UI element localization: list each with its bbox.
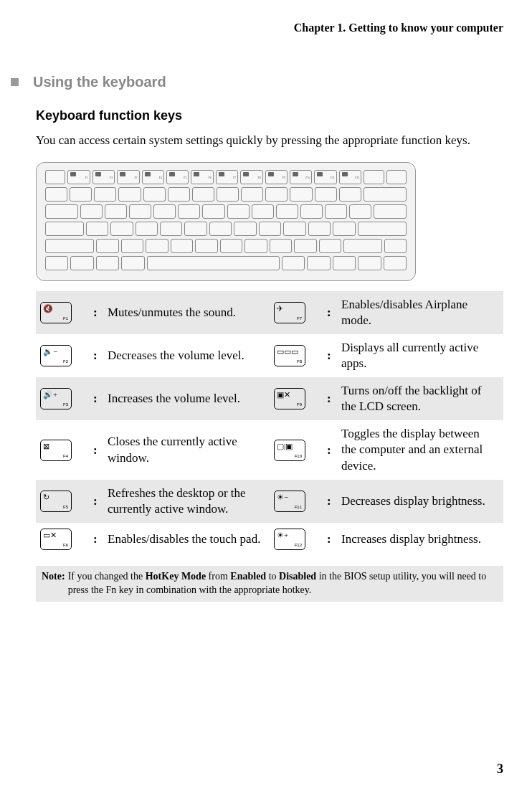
keyboard-diagram: F1 F2 F3 F4 F5 F6 F7 F8 F9 F10 F11 F12 [36, 162, 416, 281]
keyboard-key [294, 239, 316, 253]
f9-key-icon: ▣✕F9 [274, 388, 305, 409]
colon: : [327, 377, 338, 420]
keyboard-key [217, 187, 239, 202]
function-key-row: ↻F5:Refreshes the desktop or the current… [36, 480, 503, 523]
key-glyph-icon: ⊠ [43, 442, 49, 450]
colon: : [93, 334, 105, 377]
keyboard-key [96, 239, 118, 253]
keyboard-key [319, 239, 341, 253]
keyboard-key [241, 187, 263, 202]
f5-key-icon: ↻F5 [40, 491, 72, 512]
keyboard-key [70, 187, 92, 202]
key-glyph-icon: ☀− [277, 493, 288, 501]
key-label: F11 [295, 505, 302, 509]
f6-key-icon: ▭✕F6 [40, 529, 72, 550]
key-label: F8 [297, 359, 302, 364]
keyboard-key [171, 239, 193, 253]
keyboard-key [349, 204, 371, 219]
key-description: Displays all currently active apps. [338, 334, 503, 377]
key-glyph-icon: ☀+ [277, 531, 288, 539]
keyboard-key [358, 222, 407, 236]
f12-key-icon: ☀+F12 [274, 529, 305, 550]
key-description: Increases display brightness. [338, 523, 503, 556]
keyboard-key [45, 187, 67, 202]
function-key-table: 🔇F1:Mutes/unmutes the sound.✈F7:Enables/… [36, 291, 503, 556]
function-key-row: 🔊+F3:Increases the volume level.▣✕F9:Tur… [36, 377, 503, 420]
key-label: F7 [297, 316, 302, 321]
keyboard-key [96, 256, 119, 270]
keyboard-key [202, 204, 224, 219]
key-label: F3 [63, 402, 68, 407]
keyboard-key [252, 204, 274, 219]
keyboard-key [364, 170, 384, 184]
key-cell: 🔉−F2 [36, 334, 93, 377]
keyboard-key [45, 222, 84, 236]
keyboard-key [110, 222, 133, 236]
keyboard-key [70, 256, 93, 270]
key-description: Closes the currently active window. [105, 420, 270, 479]
f11-key-icon: ☀−F11 [274, 491, 305, 512]
note-label: Note: [42, 570, 65, 597]
keyboard-key [184, 222, 206, 236]
keyboard-key [45, 170, 65, 184]
keyboard-key [374, 204, 407, 219]
key-description: Refreshes the desktop or the currently a… [105, 480, 270, 523]
key-glyph-icon: ▣✕ [277, 391, 290, 399]
key-cell: ☀−F11 [270, 480, 327, 523]
function-key-row: 🔇F1:Mutes/unmutes the sound.✈F7:Enables/… [36, 291, 503, 334]
keyboard-key [343, 239, 382, 253]
key-cell: 🔊+F3 [36, 377, 93, 420]
keyboard-key [209, 222, 232, 236]
keyboard-key [300, 204, 323, 219]
keyboard-key [195, 239, 217, 253]
key-description: Toggles the display between the computer… [338, 420, 503, 479]
keyboard-key [192, 187, 214, 202]
intro-text: You can access certain system settings q… [36, 132, 503, 149]
keyboard-key [168, 187, 190, 202]
f4-key-icon: ⊠F4 [40, 440, 72, 461]
keyboard-key [315, 187, 337, 202]
keyboard-key [384, 256, 407, 270]
keyboard-spacebar [147, 256, 280, 270]
key-glyph-icon: ▭▭▭ [277, 348, 298, 356]
key-description: Enables/disables Airplane mode. [338, 291, 503, 334]
key-glyph-icon: ▭✕ [43, 531, 57, 539]
keyboard-key [333, 222, 355, 236]
keyboard-key [276, 204, 298, 219]
keyboard-key [153, 204, 176, 219]
colon: : [327, 334, 338, 377]
keyboard-key [227, 204, 250, 219]
key-cell: ✈F7 [270, 291, 327, 334]
note-box: Note: If you changed the HotKey Mode fro… [36, 566, 503, 602]
key-cell: ▢|▣F10 [270, 420, 327, 479]
key-label: F10 [295, 454, 302, 458]
key-cell: ▭✕F6 [36, 523, 93, 556]
keyboard-key [307, 256, 330, 270]
key-cell: ▣✕F9 [270, 377, 327, 420]
note-text: If you changed the HotKey Mode from Enab… [68, 570, 498, 597]
keyboard-key [86, 222, 108, 236]
keyboard-key [143, 187, 166, 202]
colon: : [93, 420, 105, 479]
key-glyph-icon: 🔉− [43, 348, 57, 356]
keyboard-key [105, 204, 127, 219]
keyboard-key [244, 239, 267, 253]
f4-key: F4 [142, 170, 164, 184]
f5-key: F5 [166, 170, 189, 184]
chapter-header: Chapter 1. Getting to know your computer [11, 22, 503, 34]
key-label: F12 [295, 543, 302, 547]
keyboard-key [325, 204, 347, 219]
key-glyph-icon: ▢|▣ [277, 442, 293, 450]
key-description: Decreases the volume level. [105, 334, 270, 377]
keyboard-key [364, 187, 407, 202]
key-cell: ▭▭▭F8 [270, 334, 327, 377]
keyboard-key [333, 256, 356, 270]
key-cell: ↻F5 [36, 480, 93, 523]
key-description: Decreases display brightness. [338, 480, 503, 523]
colon: : [93, 291, 105, 334]
keyboard-key [339, 187, 361, 202]
keyboard-key [45, 256, 68, 270]
key-label: F2 [63, 359, 68, 364]
f1-key-icon: 🔇F1 [40, 302, 72, 323]
keyboard-key [386, 170, 407, 184]
